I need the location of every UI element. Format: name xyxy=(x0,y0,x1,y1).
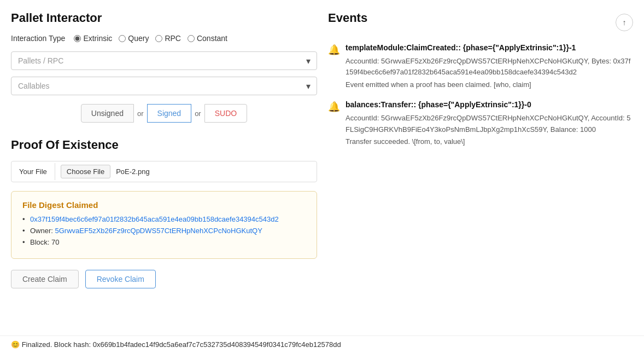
your-file-tab: Your File xyxy=(11,163,55,180)
digest-block-label: Block: xyxy=(30,238,49,246)
radio-constant-input[interactable] xyxy=(188,35,195,42)
event-content-1: balances:Transfer:: {phase={"ApplyExtrin… xyxy=(346,100,633,146)
radio-extrinsic-label: Extrinsic xyxy=(83,34,112,43)
page-title: Pallet Interactor xyxy=(11,11,317,25)
event-item-0: 🔔 templateModule:ClaimCreated:: {phase={… xyxy=(328,43,633,89)
events-panel: Events ↑ 🔔 templateModule:ClaimCreated::… xyxy=(328,11,633,342)
events-title: Events xyxy=(328,11,367,25)
digest-hash-value: 0x37f159f4bec6c6ef97a01f2832b645aca591e4… xyxy=(30,215,279,223)
digest-title: File Digest Claimed xyxy=(22,200,306,210)
create-claim-button[interactable]: Create Claim xyxy=(11,270,79,288)
or-text-1: or xyxy=(134,109,147,118)
events-header: Events ↑ xyxy=(328,11,633,34)
radio-group-interaction-type: Extrinsic Query RPC Constant xyxy=(74,34,227,43)
radio-constant[interactable]: Constant xyxy=(188,34,227,43)
status-bar: 😊 Finalized. Block hash: 0x669b1b4fadec1… xyxy=(0,335,644,353)
poe-action-buttons: Create Claim Revoke Claim xyxy=(11,270,317,288)
choose-file-button[interactable]: Choose File xyxy=(61,165,110,178)
event-desc-0: Event emitted when a proof has been clai… xyxy=(346,80,633,89)
digest-owner-label: Owner: xyxy=(30,227,53,235)
radio-query[interactable]: Query xyxy=(119,34,149,43)
radio-query-label: Query xyxy=(128,34,149,43)
digest-block-item: Block: 70 xyxy=(22,238,306,246)
radio-rpc[interactable]: RPC xyxy=(155,34,181,43)
signed-button[interactable]: Signed xyxy=(147,104,192,123)
poe-title: Proof Of Existence xyxy=(11,138,317,152)
file-input-row: Your File Choose File PoE-2.png xyxy=(11,161,317,182)
or-text-2: or xyxy=(191,109,204,118)
sudo-button[interactable]: SUDO xyxy=(204,104,247,123)
event-item-1: 🔔 balances:Transfer:: {phase={"ApplyExtr… xyxy=(328,100,633,146)
upload-icon: ↑ xyxy=(623,18,627,27)
event-detail-0: AccountId: 5GrwvaEF5zXb26Fz9rcQpDWS57CtE… xyxy=(346,56,633,79)
poe-section: Proof Of Existence Your File Choose File… xyxy=(11,138,317,288)
bell-icon-0: 🔔 xyxy=(328,44,340,89)
status-text: Finalized. Block hash: 0x669b1b4fadec14f… xyxy=(22,340,341,349)
radio-extrinsic[interactable]: Extrinsic xyxy=(74,34,112,43)
upload-icon-button[interactable]: ↑ xyxy=(616,14,633,31)
digest-owner-value: 5GrwvaEF5zXb26Fz9rcQpDWS57CtERHpNehXCPcN… xyxy=(55,227,262,235)
radio-constant-label: Constant xyxy=(197,34,227,43)
pallets-dropdown-row: Pallets / RPC ▾ xyxy=(11,51,317,70)
event-desc-1: Transfer succeeded. \[from, to, value\] xyxy=(346,137,633,146)
action-button-row: Unsigned or Signed or SUDO xyxy=(11,104,317,123)
unsigned-button[interactable]: Unsigned xyxy=(81,104,134,123)
digest-list: 0x37f159f4bec6c6ef97a01f2832b645aca591e4… xyxy=(22,215,306,246)
callables-dropdown-row: Callables ▾ xyxy=(11,77,317,95)
digest-box: File Digest Claimed 0x37f159f4bec6c6ef97… xyxy=(11,191,317,259)
event-detail-1: AccountId: 5GrwvaEF5zXb26Fz9rcQpDWS57CtE… xyxy=(346,113,633,136)
interaction-type-label: Interaction Type xyxy=(11,34,65,43)
file-name: PoE-2.png xyxy=(116,167,149,176)
event-title-0: templateModule:ClaimCreated:: {phase={"A… xyxy=(346,43,633,54)
event-title-1: balances:Transfer:: {phase={"ApplyExtrin… xyxy=(346,100,633,111)
digest-owner-item: Owner: 5GrwvaEF5zXb26Fz9rcQpDWS57CtERHpN… xyxy=(22,227,306,235)
status-emoji: 😊 xyxy=(11,340,20,349)
radio-extrinsic-input[interactable] xyxy=(74,35,81,42)
radio-query-input[interactable] xyxy=(119,35,126,42)
file-choose-area: Choose File PoE-2.png xyxy=(55,161,317,182)
radio-rpc-input[interactable] xyxy=(155,35,162,42)
digest-hash-item: 0x37f159f4bec6c6ef97a01f2832b645aca591e4… xyxy=(22,215,306,223)
revoke-claim-button[interactable]: Revoke Claim xyxy=(85,270,156,288)
radio-rpc-label: RPC xyxy=(165,34,181,43)
callables-select[interactable]: Callables xyxy=(11,77,317,95)
pallets-select[interactable]: Pallets / RPC xyxy=(11,51,317,70)
bell-icon-1: 🔔 xyxy=(328,101,340,146)
event-content-0: templateModule:ClaimCreated:: {phase={"A… xyxy=(346,43,633,89)
digest-block-value: 70 xyxy=(51,238,59,246)
